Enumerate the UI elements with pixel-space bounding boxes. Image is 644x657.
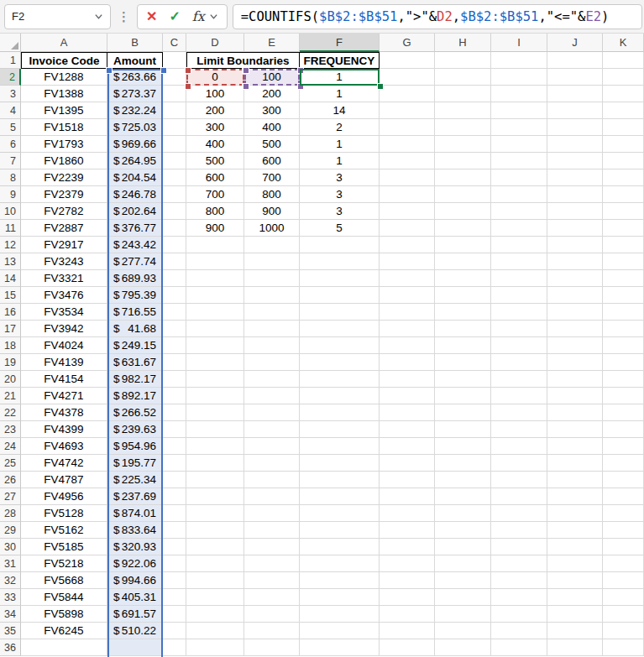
cell-G7[interactable] (380, 153, 435, 169)
cell-G35[interactable] (380, 623, 435, 639)
cell-K13[interactable] (603, 253, 644, 270)
cell-B3[interactable]: $273.37 (107, 86, 163, 102)
cell-F20[interactable] (300, 371, 380, 388)
cell-A18[interactable]: FV4024 (21, 337, 107, 354)
cell-F5[interactable]: 2 (300, 119, 380, 136)
cell-D14[interactable] (186, 270, 244, 287)
cell-H8[interactable] (435, 169, 491, 186)
cell-H31[interactable] (435, 555, 491, 572)
cell-C7[interactable] (163, 153, 186, 169)
cell-C34[interactable] (163, 606, 186, 623)
cell-J11[interactable] (547, 220, 603, 237)
cell-K18[interactable] (603, 337, 644, 354)
cell-I3[interactable] (491, 86, 547, 102)
cell-A22[interactable]: FV4378 (21, 404, 107, 421)
cell-H24[interactable] (435, 438, 491, 455)
cell-B27[interactable]: $237.69 (107, 488, 163, 505)
cell-E18[interactable] (244, 337, 300, 354)
cell-A21[interactable]: FV4271 (21, 388, 107, 404)
formula-input[interactable]: =COUNTIFS($B$2:$B$51,">"&D2,$B$2:$B$51,"… (233, 4, 642, 29)
cell-G21[interactable] (380, 388, 435, 404)
cell-D23[interactable] (186, 421, 244, 438)
cell-A36[interactable] (21, 639, 107, 656)
cell-I15[interactable] (491, 287, 547, 304)
cell-I23[interactable] (491, 421, 547, 438)
cell-A7[interactable]: FV1860 (21, 153, 107, 169)
cell-B23[interactable]: $239.63 (107, 421, 163, 438)
cell-J20[interactable] (547, 371, 603, 388)
cell-A4[interactable]: FV1395 (21, 102, 107, 119)
cell-H26[interactable] (435, 472, 491, 488)
cell-A23[interactable]: FV4399 (21, 421, 107, 438)
row-header-14[interactable]: 14 (0, 270, 21, 287)
cell-J6[interactable] (547, 136, 603, 153)
cell-E36[interactable] (244, 639, 300, 656)
invoice-code-header[interactable]: Invoice Code (21, 52, 107, 69)
cell-A30[interactable]: FV5185 (21, 539, 107, 555)
row-header-12[interactable]: 12 (0, 237, 21, 253)
cell-E22[interactable] (244, 404, 300, 421)
cell-E31[interactable] (244, 555, 300, 572)
cell-G12[interactable] (380, 237, 435, 253)
cell-G6[interactable] (380, 136, 435, 153)
cell-J27[interactable] (547, 488, 603, 505)
cell-I34[interactable] (491, 606, 547, 623)
cell-B6[interactable]: $969.66 (107, 136, 163, 153)
row-header-16[interactable]: 16 (0, 304, 21, 321)
cell-I24[interactable] (491, 438, 547, 455)
cell-E20[interactable] (244, 371, 300, 388)
cell-J13[interactable] (547, 253, 603, 270)
cell-G13[interactable] (380, 253, 435, 270)
cell-E4[interactable]: 300 (244, 102, 300, 119)
cell-E26[interactable] (244, 472, 300, 488)
row-header-9[interactable]: 9 (0, 186, 21, 203)
cell-C29[interactable] (163, 522, 186, 539)
amount-header[interactable]: Amount (107, 52, 163, 69)
row-header-24[interactable]: 24 (0, 438, 21, 455)
column-header-c[interactable]: C (163, 34, 186, 52)
cell-F2[interactable]: 1 (300, 69, 380, 86)
cell-F27[interactable] (300, 488, 380, 505)
cell-B14[interactable]: $689.93 (107, 270, 163, 287)
cell-H10[interactable] (435, 203, 491, 220)
row-header-19[interactable]: 19 (0, 354, 21, 371)
cell-C15[interactable] (163, 287, 186, 304)
cell-B9[interactable]: $246.78 (107, 186, 163, 203)
cell-D13[interactable] (186, 253, 244, 270)
cell-C23[interactable] (163, 421, 186, 438)
column-header-g[interactable]: G (380, 34, 435, 52)
cell-K32[interactable] (603, 572, 644, 589)
cell-D29[interactable] (186, 522, 244, 539)
cell-B32[interactable]: $994.66 (107, 572, 163, 589)
cell-J25[interactable] (547, 455, 603, 472)
cell-J9[interactable] (547, 186, 603, 203)
cell-H21[interactable] (435, 388, 491, 404)
cell-C26[interactable] (163, 472, 186, 488)
cell-G31[interactable] (380, 555, 435, 572)
cell-C28[interactable] (163, 505, 186, 522)
row-header-34[interactable]: 34 (0, 606, 21, 623)
row-header-32[interactable]: 32 (0, 572, 21, 589)
cell-F8[interactable]: 3 (300, 169, 380, 186)
row-header-7[interactable]: 7 (0, 153, 21, 169)
cell-I26[interactable] (491, 472, 547, 488)
cell-B25[interactable]: $195.77 (107, 455, 163, 472)
cell-G36[interactable] (380, 639, 435, 656)
row-header-30[interactable]: 30 (0, 539, 21, 555)
row-header-27[interactable]: 27 (0, 488, 21, 505)
cell-B5[interactable]: $725.03 (107, 119, 163, 136)
cell-H25[interactable] (435, 455, 491, 472)
cell-D2[interactable]: 0 (186, 69, 244, 86)
cell-H33[interactable] (435, 589, 491, 606)
cell-D27[interactable] (186, 488, 244, 505)
cell-F14[interactable] (300, 270, 380, 287)
cell-F29[interactable] (300, 522, 380, 539)
cell-K2[interactable] (603, 69, 644, 86)
cell-B15[interactable]: $795.39 (107, 287, 163, 304)
cell-A32[interactable]: FV5668 (21, 572, 107, 589)
cell-G16[interactable] (380, 304, 435, 321)
cell-J29[interactable] (547, 522, 603, 539)
column-header-d[interactable]: D (186, 34, 244, 52)
cell-C24[interactable] (163, 438, 186, 455)
cell-K6[interactable] (603, 136, 644, 153)
